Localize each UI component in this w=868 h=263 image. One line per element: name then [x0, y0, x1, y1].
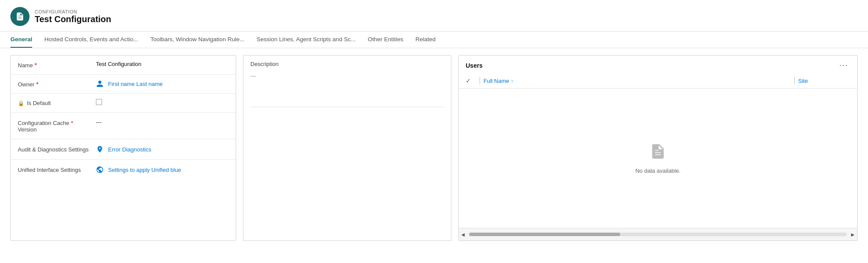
scrollbar-track[interactable] — [469, 233, 847, 236]
col-site-header[interactable]: Site — [798, 78, 850, 84]
audit-value[interactable]: Error Diagnostics — [96, 145, 229, 153]
users-table-header: ✓ Full Name ↑ Site — [459, 73, 857, 89]
is-default-value — [96, 99, 229, 105]
users-panel: Users ··· ✓ Full Name ↑ Site No data ava… — [458, 55, 858, 241]
header-subtitle: CONFIGURATION — [35, 9, 111, 14]
tab-other-entities[interactable]: Other Entities — [368, 32, 403, 48]
config-cache-label: Configuration CacheVersion* — [18, 119, 96, 133]
config-cache-value-wrapper: --- — [96, 119, 229, 125]
name-label: Name * — [18, 61, 96, 69]
column-divider-1 — [480, 77, 480, 85]
audit-label: Audit & Diagnostics Settings — [18, 145, 96, 153]
owner-value[interactable]: First name Last name — [96, 80, 229, 88]
owner-required-star: * — [36, 81, 38, 88]
users-check-column: ✓ — [466, 77, 476, 84]
unified-label: Unified Interface Settings — [18, 166, 96, 173]
tab-toolbars[interactable]: Toolbars, Window Navigation Rule... — [150, 32, 244, 48]
no-data-text: No data available. — [635, 168, 681, 174]
unified-value[interactable]: Settings to apply Unified blue — [96, 166, 229, 174]
col-fullname-header[interactable]: Full Name ↑ — [483, 78, 791, 84]
person-icon — [96, 80, 104, 88]
audit-row: Audit & Diagnostics Settings Error Diagn… — [11, 139, 236, 160]
scrollbar-thumb[interactable] — [469, 233, 620, 236]
scroll-left-arrow[interactable]: ◀ — [459, 230, 467, 239]
unified-link-icon — [96, 166, 104, 174]
form-panel: Name * Test Configuration Owner * First … — [10, 55, 236, 241]
users-more-button[interactable]: ··· — [838, 61, 850, 70]
column-divider-2 — [794, 77, 795, 85]
name-required-star: * — [35, 62, 37, 69]
description-panel: Description --- — [243, 55, 451, 241]
tab-bar: General Hosted Controls, Events and Acti… — [0, 32, 868, 48]
main-content: Name * Test Configuration Owner * First … — [0, 48, 868, 248]
audit-link-icon — [96, 145, 104, 153]
config-svg-icon — [15, 12, 25, 21]
users-panel-title: Users — [466, 62, 483, 69]
scrollbar-area: ◀ ▶ — [459, 228, 857, 240]
is-default-checkbox[interactable] — [96, 99, 102, 105]
no-data-icon — [649, 143, 667, 164]
tab-related[interactable]: Related — [415, 32, 436, 48]
is-default-row: 🔒 Is Default — [11, 94, 236, 113]
sort-up-icon: ↑ — [511, 78, 513, 83]
tab-session-lines[interactable]: Session Lines, Agent Scripts and Sc... — [256, 32, 355, 48]
owner-label: Owner * — [18, 80, 96, 88]
description-value: --- — [250, 71, 444, 81]
tab-hosted-controls[interactable]: Hosted Controls, Events and Actio... — [44, 32, 138, 48]
config-cache-row: Configuration CacheVersion* --- — [11, 113, 236, 139]
users-panel-header: Users ··· — [459, 56, 857, 70]
scroll-right-arrow[interactable]: ▶ — [848, 230, 857, 239]
description-divider — [250, 107, 444, 107]
tab-general[interactable]: General — [10, 32, 32, 48]
name-row: Name * Test Configuration — [11, 56, 236, 75]
is-default-label: 🔒 Is Default — [18, 99, 96, 106]
lock-icon: 🔒 — [18, 100, 24, 106]
header-title: Test Configuration — [35, 14, 111, 24]
header-text-block: CONFIGURATION Test Configuration — [35, 9, 111, 24]
owner-row: Owner * First name Last name — [11, 75, 236, 94]
empty-document-icon — [649, 143, 667, 160]
name-value: Test Configuration — [96, 61, 229, 67]
unified-row: Unified Interface Settings Settings to a… — [11, 160, 236, 180]
page-header: CONFIGURATION Test Configuration — [0, 0, 868, 32]
config-icon — [10, 7, 30, 26]
description-label: Description — [250, 61, 444, 67]
no-data-area: No data available. — [459, 89, 857, 228]
check-all-icon[interactable]: ✓ — [466, 77, 471, 84]
